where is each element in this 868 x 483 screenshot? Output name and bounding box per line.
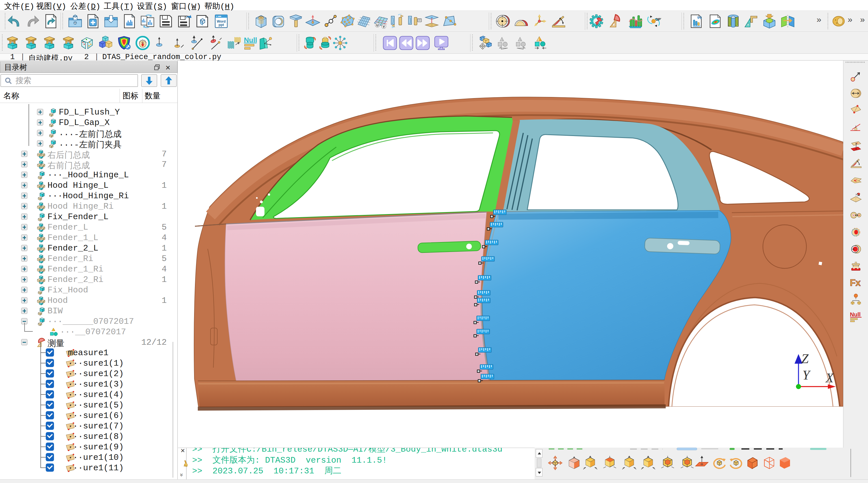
svg-text:X: X — [825, 371, 834, 385]
svg-text:Z: Z — [801, 351, 809, 366]
svg-text:Y: Y — [802, 368, 811, 382]
